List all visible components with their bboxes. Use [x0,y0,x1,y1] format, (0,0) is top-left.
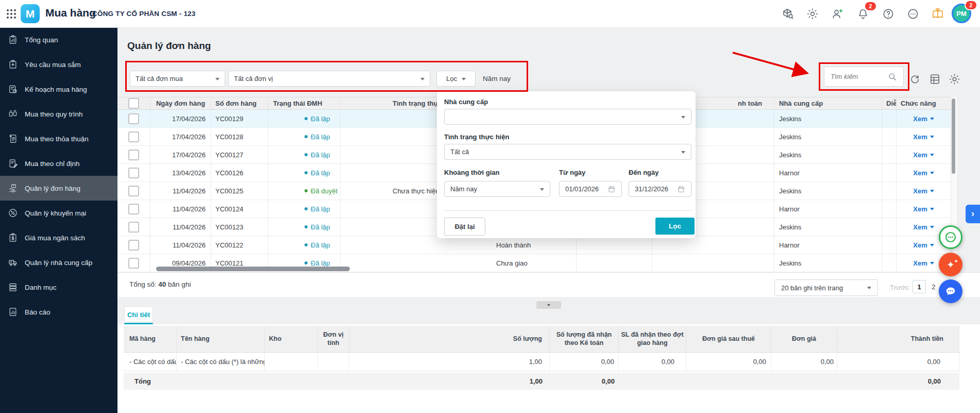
item-amount: 0,00 [837,352,959,371]
sidebar-item-overview[interactable]: Tổng quan [0,27,117,52]
collapse-detail-button[interactable] [536,301,561,309]
total-label: Tổng [124,373,177,390]
column-settings-icon[interactable] [949,73,960,85]
select-all-checkbox[interactable] [128,98,139,109]
row-checkbox[interactable] [128,113,139,124]
from-date-input[interactable]: 01/01/2026 [559,181,622,197]
sidebar-item-purchase-plan[interactable]: Kế hoạch mua hàng [0,77,117,102]
sidebar-item-budget-price[interactable]: Giá mua ngân sách [0,225,117,250]
search-icon[interactable] [887,72,898,82]
row-checkbox[interactable] [128,168,139,178]
pagination-page-2[interactable]: 2 [932,283,936,291]
sidebar-item-promotion-management[interactable]: Quản lý khuyến mại [0,201,117,225]
row-checkbox[interactable] [128,240,139,251]
col-note[interactable]: Diễ [882,97,897,109]
guide-icon[interactable] [932,8,944,20]
sidebar-item-label: Tổng quan [25,36,58,44]
settings-icon[interactable] [806,8,819,20]
row-checkbox[interactable] [128,131,139,142]
supplier-icon [8,257,18,268]
ai-assistant-button[interactable] [939,253,962,276]
table-row[interactable]: 11/04/2026 YC00122 Đã lập Hoàn thành Har… [117,236,951,254]
sidebar-item-designated-purchase[interactable]: Mua theo chỉ định [0,151,117,176]
row-action[interactable]: Xem [897,200,951,218]
apply-filter-button[interactable]: Lọc [655,218,695,235]
sidebar-item-reports[interactable]: Báo cáo [0,300,117,324]
sidebar-item-order-management[interactable]: Quản lý đơn hàng [0,176,117,201]
refresh-icon[interactable] [909,73,921,85]
unit-value: Tất cả đơn vị [234,75,273,82]
horizontal-scrollbar[interactable] [156,267,350,271]
delivery-status: Hoàn thành [492,236,577,254]
row-checkbox[interactable] [128,258,139,269]
supplier: Jeskins [774,182,882,200]
row-action[interactable]: Xem [897,110,951,127]
period-select[interactable]: Năm nay [444,181,550,197]
col-order-code[interactable]: Số đơn hàng [211,97,268,109]
company-name: CÔNG TY CỔ PHẦN CSM - 123 [92,10,196,18]
col-supplier[interactable]: Nhà cung cấp [774,97,882,109]
agreement-purchase-icon [8,134,18,144]
more-icon[interactable] [907,8,919,20]
notifications-badge: 2 [864,1,877,11]
col-unit-price: Đơn giá [771,326,837,352]
vertical-scrollbar-thumb[interactable] [952,98,955,174]
sidebar-item-label: Mua theo thỏa thuận [25,135,89,143]
invite-user-icon[interactable] [831,8,843,20]
app-logo[interactable]: M [21,4,40,23]
unit-dropdown[interactable]: Tất cả đơn vị [228,71,430,87]
chevron-down-icon [215,78,219,82]
support-chat-button[interactable] [939,225,962,249]
page-size-dropdown[interactable]: 20 bản ghi trên trang [774,279,878,296]
row-action[interactable]: Xem [897,164,951,181]
search-input[interactable] [824,72,887,81]
apps-grid-icon[interactable] [6,8,17,20]
detail-row[interactable]: - Các cột có dấu (*)... - Các cột có dấu… [124,352,959,371]
help-icon[interactable] [882,8,894,20]
order-code: YC00123 [211,218,268,236]
exec-status-select[interactable]: Tất cả [444,144,691,160]
row-checkbox[interactable] [128,150,139,160]
to-date-input[interactable]: 31/12/2026 [629,181,691,197]
row-checkbox[interactable] [128,186,139,196]
row-action[interactable]: Xem [897,146,951,163]
total-received: 0,00 [550,373,619,390]
col-order-date[interactable]: Ngày đơn hàng [150,97,211,109]
app-title: Mua hàng [45,7,96,19]
col-actions: Chức năng [897,97,951,109]
expand-panel-button[interactable] [966,205,980,223]
pagination-prev[interactable]: Trước [890,284,909,291]
supplier: Jeskins [774,146,882,163]
promotion-icon [8,208,18,218]
item-quantity: 1,00 [349,352,550,371]
sidebar-item-catalog[interactable]: Danh mục [0,275,117,300]
purchase-type-dropdown[interactable]: Tất cả đơn mua [130,71,225,87]
pagination-page-1[interactable]: 1 [913,280,926,293]
filter-button[interactable]: Lọc [436,71,476,87]
sidebar-item-agreement-purchase[interactable]: Mua theo thỏa thuận [0,126,117,151]
chevron-down-icon [540,188,544,193]
sidebar-item-label: Mua theo quy trình [25,110,83,118]
period-label: Khoảng thời gian [444,169,499,176]
row-checkbox[interactable] [128,222,139,233]
reset-button[interactable]: Đặt lại [444,218,485,236]
order-status: Đã lập [268,236,341,254]
cube-search-icon[interactable] [782,8,794,20]
col-unit: Đơn vị tính [318,326,349,352]
sidebar-item-process-purchase[interactable]: Mua theo quy trình [0,102,117,126]
top-bar: M Mua hàng CÔNG TY CỔ PHẦN CSM - 123 PM [0,0,980,28]
order-date: 17/04/2026 [150,110,211,127]
chat-bubble-icon [944,285,957,298]
sidebar-item-supplier-management[interactable]: Quản lý nhà cung cấp [0,250,117,275]
export-excel-icon[interactable] [929,73,941,85]
row-action[interactable]: Xem [897,182,951,200]
col-order-status[interactable]: Trạng thái ĐMH [268,97,341,109]
supplier-select[interactable] [444,109,691,125]
chat-button[interactable] [939,279,962,303]
row-action[interactable]: Xem [897,128,951,145]
row-checkbox[interactable] [128,204,139,214]
supplier: Jeskins [774,218,882,236]
chevron-down-icon [681,151,685,156]
tab-detail[interactable]: Chi tiết [124,306,153,324]
sidebar-item-purchase-request[interactable]: Yêu cầu mua sắm [0,52,117,77]
